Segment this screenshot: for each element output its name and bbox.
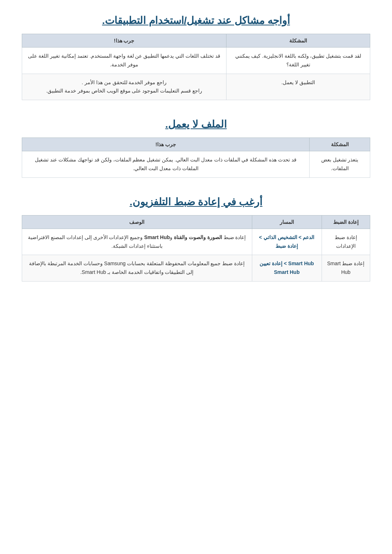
section-file-problems: الملف لا يعمل. المشكلة جرب هذا! يتعذر تش… xyxy=(22,118,370,178)
table-row: إعادة ضبط Smart Hub Smart Hub > إعادة تع… xyxy=(22,255,370,282)
section1-row2-solution: راجع موفر الخدمة للتحقق من هذا الأمر . ر… xyxy=(22,74,226,100)
table-row: يتعذر تشغيل بعض الملفات. قد تحدث هذه الم… xyxy=(22,151,370,178)
section2-row1-problem: يتعذر تشغيل بعض الملفات. xyxy=(310,151,370,178)
section1-title: أواجه مشاكل عند تشغيل/استخدام التطبيقات. xyxy=(22,15,370,26)
table-row: التطبيق لا يعمل. راجع موفر الخدمة للتحقق… xyxy=(22,74,370,100)
section3-row1-path-bold: الدعم > التشخيص الذاتي > إعادة ضبط xyxy=(259,234,315,249)
section1-table: المشكلة جرب هذا! لقد قمت بتشغيل تطبيق، و… xyxy=(22,34,370,100)
section3-row1-desc-bold2: Smart Hub xyxy=(144,234,170,240)
section1-row2-problem: التطبيق لا يعمل. xyxy=(226,74,370,100)
table-row: لقد قمت بتشغيل تطبيق، ولكنه باللغة الانج… xyxy=(22,48,370,74)
section3-header-desc: الوصف xyxy=(22,215,252,229)
section1-header-problem: المشكلة xyxy=(226,34,370,48)
section3-row2-desc: إعادة ضبط جميع المعلومات المحفوظة المتعل… xyxy=(22,255,252,282)
section3-row1-desc-bold1: الصورة والصوت والقناة xyxy=(174,234,222,240)
section3-table: إعادة الضبط المسار الوصف إعادة ضبط الإعد… xyxy=(22,215,370,282)
section3-row1-path: الدعم > التشخيص الذاتي > إعادة ضبط xyxy=(252,229,322,255)
section3-row2-reset: إعادة ضبط Smart Hub xyxy=(322,255,370,282)
section3-header-path: المسار xyxy=(252,215,322,229)
section1-header-solution: جرب هذا! xyxy=(22,34,226,48)
section2-title: الملف لا يعمل. xyxy=(22,118,370,130)
section1-row1-problem: لقد قمت بتشغيل تطبيق، ولكنه باللغة الانج… xyxy=(226,48,370,74)
section2-header-problem: المشكلة xyxy=(310,138,370,151)
section1-row1-solution: قد تختلف اللغات التي يدعمها التطبيق عن ل… xyxy=(22,48,226,74)
section1-row2-solution-line1: راجع موفر الخدمة للتحقق من هذا الأمر . xyxy=(82,79,167,85)
section3-title: أرغب في إعادة ضبط التلفزيون. xyxy=(22,196,370,208)
section3-row1-desc: إعادة ضبط الصورة والصوت والقناة وSmart H… xyxy=(22,229,252,255)
table-row: إعادة ضبط الإعدادات الدعم > التشخيص الذا… xyxy=(22,229,370,255)
section2-header-solution: جرب هذا! xyxy=(22,138,310,151)
section1-row2-solution-line2: راجع قسم التعليمات الموجود على موقع الوي… xyxy=(46,88,202,94)
section3-row1-reset: إعادة ضبط الإعدادات xyxy=(322,229,370,255)
section3-row2-path: Smart Hub > إعادة تعيين Smart Hub xyxy=(252,255,322,282)
section3-header-reset: إعادة الضبط xyxy=(322,215,370,229)
section-app-problems: أواجه مشاكل عند تشغيل/استخدام التطبيقات.… xyxy=(22,15,370,100)
section2-row1-solution: قد تحدث هذه المشكلة في الملفات ذات معدل … xyxy=(22,151,310,178)
section3-row2-path-bold: Smart Hub > إعادة تعيين Smart Hub xyxy=(260,260,314,275)
section-reset-tv: أرغب في إعادة ضبط التلفزيون. إعادة الضبط… xyxy=(22,196,370,282)
section2-table: المشكلة جرب هذا! يتعذر تشغيل بعض الملفات… xyxy=(22,138,370,178)
